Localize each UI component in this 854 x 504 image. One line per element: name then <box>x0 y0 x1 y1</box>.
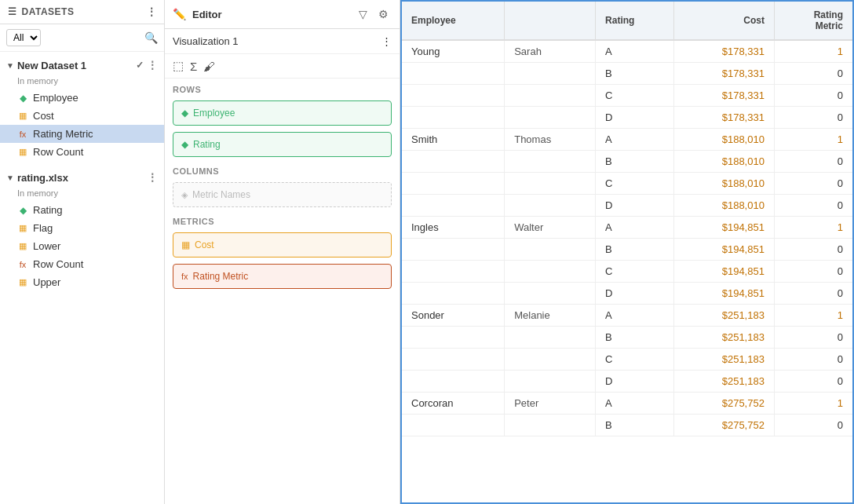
table-row: B $178,331 0 <box>402 63 852 85</box>
cell-cost: $251,183 <box>674 305 775 327</box>
cell-first-name: Sarah <box>505 40 596 63</box>
field-employee[interactable]: ◆ Employee <box>0 89 164 107</box>
cell-first-name <box>505 349 596 371</box>
cell-rating-metric: 0 <box>774 239 852 261</box>
diamond-icon2: ◆ <box>17 205 28 216</box>
filter-icon[interactable]: ▽ <box>356 6 370 22</box>
field-cost[interactable]: ▦ Cost <box>0 107 164 125</box>
col-rating: Rating <box>596 2 674 40</box>
table-row: Sonder Melanie A $251,183 1 <box>402 305 852 327</box>
cell-first-name <box>505 415 596 436</box>
table-row: D $188,010 0 <box>402 195 852 217</box>
sidebar-title: Datasets <box>22 6 75 17</box>
data-table: Employee Rating Cost RatingMetric Young … <box>402 2 852 436</box>
table-row: D $178,331 0 <box>402 107 852 129</box>
filter-select[interactable]: All <box>6 29 41 46</box>
field-row-count2[interactable]: fx Row Count <box>0 255 164 273</box>
database-icon: ☰ <box>8 6 17 17</box>
cell-rating: D <box>596 195 674 217</box>
cell-last-name <box>402 349 505 371</box>
cell-rating-metric: 0 <box>774 327 852 349</box>
columns-label: Columns <box>165 160 400 179</box>
cell-last-name: Young <box>402 40 505 63</box>
cell-first-name <box>505 107 596 129</box>
cell-last-name <box>402 195 505 217</box>
cell-cost: $188,010 <box>674 195 775 217</box>
cell-rating: C <box>596 173 674 195</box>
col-cost: Cost <box>674 2 775 40</box>
field-row-count[interactable]: ▦ Row Count <box>0 143 164 161</box>
sigma-icon[interactable]: Σ <box>190 60 197 73</box>
rating-drop-zone[interactable]: ◆ Rating <box>173 132 392 157</box>
table-row: D $194,851 0 <box>402 283 852 305</box>
brush-icon[interactable]: 🖌 <box>203 60 215 73</box>
table-row: Smith Thomas A $188,010 1 <box>402 129 852 151</box>
sidebar-more-icon[interactable]: ⋮ <box>147 6 157 17</box>
cell-first-name <box>505 173 596 195</box>
cell-last-name <box>402 261 505 283</box>
search-icon[interactable]: 🔍 <box>144 31 158 44</box>
dataset1-title-row[interactable]: ▼ New Dataset 1 ✓ ⋮ <box>0 55 164 75</box>
field-rating[interactable]: ◆ Rating <box>0 201 164 219</box>
cell-rating: C <box>596 85 674 107</box>
cell-rating: B <box>596 239 674 261</box>
col-rating-metric: RatingMetric <box>774 2 852 40</box>
viz-more-icon[interactable]: ⋮ <box>381 35 392 47</box>
cell-first-name <box>505 63 596 85</box>
field-upper[interactable]: ▦ Upper <box>0 273 164 291</box>
dataset2-more-icon[interactable]: ⋮ <box>147 171 158 184</box>
field-lower[interactable]: ▦ Lower <box>0 237 164 255</box>
cost-metric-zone[interactable]: ▦ Cost <box>173 232 392 257</box>
cell-rating: B <box>596 151 674 173</box>
editor-header-icons: ▽ ⚙ <box>356 6 392 22</box>
cell-last-name: Smith <box>402 129 505 151</box>
field-rating-metric[interactable]: fx Rating Metric <box>0 125 164 143</box>
table-icon5: ▦ <box>17 277 28 288</box>
cell-cost: $178,331 <box>674 40 775 63</box>
cell-last-name <box>402 239 505 261</box>
field-employee-label: Employee <box>33 92 78 104</box>
cell-cost: $194,851 <box>674 283 775 305</box>
sidebar-header: ☰ Datasets ⋮ <box>0 0 164 24</box>
cell-last-name: Ingles <box>402 217 505 239</box>
calc-icon: fx <box>17 129 28 140</box>
table-icon4: ▦ <box>17 241 28 252</box>
dataset2-subtitle: In memory <box>0 188 164 201</box>
diamond-icon3: ◆ <box>181 108 188 119</box>
cell-rating-metric: 1 <box>774 305 852 327</box>
table-header-row: Employee Rating Cost RatingMetric <box>402 2 852 40</box>
cell-rating-metric: 0 <box>774 283 852 305</box>
cost-metric-name: Cost <box>195 239 214 250</box>
cell-first-name <box>505 283 596 305</box>
cell-last-name <box>402 85 505 107</box>
cell-rating-metric: 1 <box>774 393 852 415</box>
dataset1-name: New Dataset 1 <box>17 60 133 71</box>
editor-header: ✏️ Editor ▽ ⚙ <box>165 0 400 29</box>
table-row: C $178,331 0 <box>402 85 852 107</box>
table-row: C $251,183 0 <box>402 349 852 371</box>
cell-rating: C <box>596 261 674 283</box>
col-employee-last: Employee <box>402 2 505 40</box>
dataset1-more-icon[interactable]: ⋮ <box>147 59 158 71</box>
dataset2-title-row[interactable]: ▼ rating.xlsx ⋮ <box>0 167 164 188</box>
settings-icon[interactable]: ⚙ <box>375 6 392 22</box>
cell-rating-metric: 0 <box>774 415 852 436</box>
field-flag[interactable]: ▦ Flag <box>0 219 164 237</box>
cell-rating: A <box>596 129 674 151</box>
rating-metric-zone[interactable]: fx Rating Metric <box>173 264 392 289</box>
table-icon3: ▦ <box>17 223 28 234</box>
columns-drop-zone[interactable]: ◈ Metric Names <box>173 182 392 207</box>
cell-rating-metric: 0 <box>774 371 852 393</box>
viz-title-row: Visualization 1 ⋮ <box>165 29 400 54</box>
pivot-icon[interactable]: ⬚ <box>173 59 184 73</box>
cell-cost: $251,183 <box>674 371 775 393</box>
metric-names-icon: ◈ <box>181 190 188 200</box>
cell-last-name <box>402 151 505 173</box>
diamond-icon: ◆ <box>17 93 28 104</box>
rating-field-name: Rating <box>193 139 221 150</box>
cell-first-name <box>505 239 596 261</box>
table-body: Young Sarah A $178,331 1 B $178,331 0 C … <box>402 40 852 436</box>
table-row: Corcoran Peter A $275,752 1 <box>402 393 852 415</box>
employee-drop-zone[interactable]: ◆ Employee <box>173 100 392 126</box>
cell-cost: $251,183 <box>674 327 775 349</box>
